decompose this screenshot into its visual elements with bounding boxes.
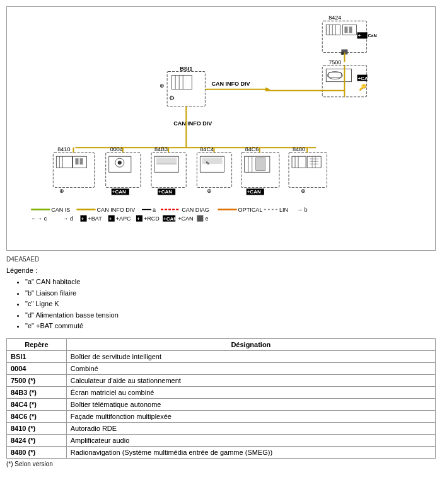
table-cell-ref: 0004 bbox=[7, 362, 67, 374]
svg-rect-45 bbox=[73, 156, 86, 168]
table-row: BSI1Boîtier de servitude intelligent bbox=[7, 350, 436, 362]
table-cell-desc: Façade multifonction multiplexée bbox=[66, 410, 435, 422]
table-cell-ref: 7500 (*) bbox=[7, 374, 67, 386]
svg-text:84C6: 84C6 bbox=[245, 146, 259, 152]
table-cell-ref: 8480 (*) bbox=[7, 446, 67, 458]
svg-text:8424: 8424 bbox=[329, 14, 341, 21]
svg-text:CaN: CaN bbox=[368, 33, 377, 38]
table-row: 84C4 (*)Boîtier télématique autonome bbox=[7, 398, 436, 410]
legende-list: "a" CAN habitacle "b" Liaison filaire "c… bbox=[6, 277, 436, 332]
svg-text:←→ c: ←→ c bbox=[31, 215, 47, 222]
svg-text:→ d: → d bbox=[62, 215, 73, 222]
svg-text:→ b: → b bbox=[297, 207, 308, 213]
svg-rect-69 bbox=[202, 158, 222, 164]
svg-text:CAN INFO DIV: CAN INFO DIV bbox=[97, 207, 136, 213]
svg-text:+CAN: +CAN bbox=[247, 189, 261, 195]
table-cell-desc: Combiné bbox=[66, 362, 435, 374]
legende-item-c: "c" Ligne K bbox=[25, 299, 436, 310]
legende-item-d: "d" Alimentation basse tension bbox=[25, 310, 436, 321]
table-body: BSI1Boîtier de servitude intelligent0004… bbox=[7, 350, 436, 458]
main-container: .lbl { font-family: Arial, sans-serif; f… bbox=[6, 6, 436, 251]
parts-table: Repère Désignation BSI1Boîtier de servit… bbox=[6, 338, 436, 459]
svg-text:⊕: ⊕ bbox=[207, 188, 212, 194]
svg-text:+: + bbox=[109, 216, 112, 222]
svg-rect-16 bbox=[326, 69, 351, 82]
svg-text:e: e bbox=[205, 215, 208, 222]
svg-rect-87 bbox=[307, 156, 321, 168]
table-cell-ref: 84C4 (*) bbox=[7, 398, 67, 410]
svg-text:a: a bbox=[153, 207, 156, 213]
table-row: 8480 (*)Radionavigation (Système multimé… bbox=[7, 446, 436, 458]
table-cell-ref: 8410 (*) bbox=[7, 422, 67, 434]
svg-text:LIN: LIN bbox=[279, 207, 288, 213]
figure-label: D4EA5AED bbox=[6, 256, 436, 263]
svg-text:BSI1: BSI1 bbox=[180, 66, 192, 72]
svg-text:⊕: ⊕ bbox=[59, 188, 64, 194]
svg-text:+: + bbox=[358, 33, 361, 38]
svg-text:CAN IS: CAN IS bbox=[51, 207, 70, 213]
svg-text:+: + bbox=[137, 216, 140, 222]
table-row: 0004Combiné bbox=[7, 362, 436, 374]
table-cell-desc: Écran matriciel au combiné bbox=[66, 386, 435, 398]
svg-text:7500: 7500 bbox=[329, 59, 341, 66]
svg-text:84B3: 84B3 bbox=[154, 146, 168, 152]
diagram-area: .lbl { font-family: Arial, sans-serif; f… bbox=[12, 12, 430, 245]
svg-text:⚙: ⚙ bbox=[169, 94, 175, 101]
footnote: (*) Selon version bbox=[6, 461, 436, 467]
table-row: 84C6 (*)Façade multifonction multiplexée bbox=[7, 410, 436, 422]
table-cell-ref: 84C6 (*) bbox=[7, 410, 67, 422]
svg-text:8410: 8410 bbox=[57, 146, 70, 152]
table-cell-desc: Autoradio RDE bbox=[66, 422, 435, 434]
svg-text:+CAN: +CAN bbox=[163, 216, 177, 222]
svg-rect-8 bbox=[349, 26, 352, 33]
svg-rect-46 bbox=[75, 158, 78, 164]
legende-item-a: "a" CAN habitacle bbox=[25, 277, 436, 288]
table-row: 84B3 (*)Écran matriciel au combiné bbox=[7, 386, 436, 398]
svg-text:⊕: ⊕ bbox=[301, 188, 306, 194]
table-cell-desc: Amplificateur audio bbox=[66, 434, 435, 446]
svg-text:0004: 0004 bbox=[110, 146, 123, 152]
circuit-diagram: .lbl { font-family: Arial, sans-serif; f… bbox=[12, 12, 430, 245]
svg-text:🔑: 🔑 bbox=[359, 83, 367, 91]
svg-text:⊕: ⊕ bbox=[160, 83, 165, 89]
legende-item-b: "b" Liaison filaire bbox=[25, 288, 436, 299]
svg-text:84C4: 84C4 bbox=[200, 146, 214, 152]
svg-rect-29 bbox=[172, 76, 192, 89]
table-cell-desc: Radionavigation (Système multimédia entr… bbox=[66, 446, 435, 458]
svg-text:+CAN: +CAN bbox=[158, 189, 172, 195]
table-row: 7500 (*)Calculateur d'aide au stationnem… bbox=[7, 374, 436, 386]
table-header-row: Repère Désignation bbox=[7, 338, 436, 350]
svg-rect-78 bbox=[256, 158, 265, 170]
legende-item-e: "e" +BAT commuté bbox=[25, 321, 436, 332]
svg-text:✎: ✎ bbox=[206, 161, 210, 166]
svg-point-54 bbox=[118, 161, 122, 164]
table-cell-ref: 84B3 (*) bbox=[7, 386, 67, 398]
legende-title: Légende : bbox=[6, 266, 436, 274]
svg-text:8480: 8480 bbox=[293, 146, 305, 152]
svg-rect-2 bbox=[326, 25, 340, 35]
svg-text:+CAN: +CAN bbox=[358, 76, 371, 81]
svg-text:CAN INFO DIV: CAN INFO DIV bbox=[211, 81, 250, 87]
svg-text:+BAT: +BAT bbox=[88, 215, 103, 222]
svg-text:OPTICAL: OPTICAL bbox=[238, 207, 263, 213]
svg-rect-7 bbox=[344, 26, 347, 33]
col-header-desc: Désignation bbox=[66, 338, 435, 350]
svg-rect-84 bbox=[292, 156, 306, 168]
svg-text:+APC: +APC bbox=[116, 215, 131, 222]
table-cell-desc: Boîtier télématique autonome bbox=[66, 398, 435, 410]
table-cell-desc: Boîtier de servitude intelligent bbox=[66, 350, 435, 362]
table-row: 8410 (*)Autoradio RDE bbox=[7, 422, 436, 434]
svg-rect-42 bbox=[56, 156, 72, 168]
table-cell-ref: BSI1 bbox=[7, 350, 67, 362]
svg-text:+: + bbox=[81, 216, 84, 222]
svg-text:+CAN: +CAN bbox=[178, 215, 193, 222]
svg-text:+CAN: +CAN bbox=[112, 189, 126, 195]
table-cell-ref: 8424 (*) bbox=[7, 434, 67, 446]
col-header-ref: Repère bbox=[7, 338, 67, 350]
svg-text:CAN DIAG: CAN DIAG bbox=[182, 207, 209, 213]
svg-text:+RCD: +RCD bbox=[144, 215, 160, 222]
svg-rect-61 bbox=[156, 158, 177, 164]
table-cell-desc: Calculateur d'aide au stationnement bbox=[66, 374, 435, 386]
svg-text:CAN INFO DIV: CAN INFO DIV bbox=[173, 120, 212, 127]
svg-rect-122 bbox=[197, 215, 203, 222]
